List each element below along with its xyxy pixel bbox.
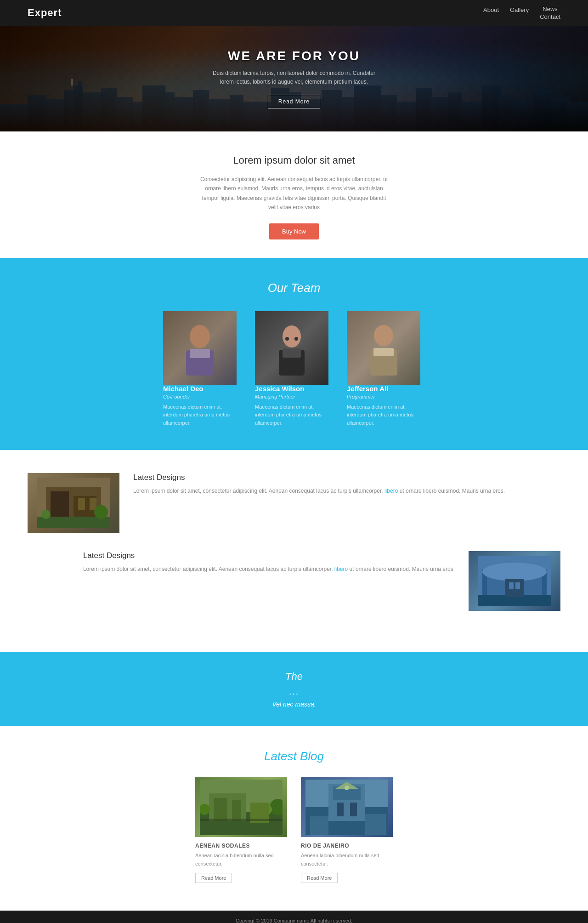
blog-section: Latest Blog AENEAN SODALES Aenean lac (0, 726, 588, 910)
hero-title: WE ARE FOR YOU (207, 49, 381, 63)
svg-rect-51 (78, 498, 85, 510)
stats-subtitle: Vel nec massa. (9, 701, 579, 708)
svg-point-43 (294, 337, 298, 341)
design-image-0 (28, 473, 119, 533)
svg-rect-62 (509, 582, 514, 589)
team-name-0: Michael Deo (163, 385, 241, 393)
svg-rect-63 (515, 582, 520, 589)
svg-rect-73 (200, 819, 283, 821)
svg-rect-26 (430, 97, 450, 131)
svg-rect-23 (379, 95, 397, 131)
svg-rect-79 (337, 803, 344, 816)
svg-rect-32 (533, 90, 554, 131)
intro-section: Lorem ipsum dolor sit amet Consectetur a… (0, 131, 588, 258)
design-title-1: Latest Designs (83, 551, 455, 560)
hero-section: WE ARE FOR YOU Duis dictum lacinia turpi… (0, 26, 588, 131)
team-role-0: Co-Founder (163, 394, 241, 399)
svg-point-59 (482, 563, 547, 581)
team-section: Our Team Michael Deo Co-Founder Maecenas… (0, 258, 588, 450)
hero-content: WE ARE FOR YOU Duis dictum lacinia turpi… (207, 49, 381, 108)
blog-grid: AENEAN SODALES Aenean lacinia bibendum n… (28, 777, 560, 883)
svg-rect-31 (512, 99, 535, 131)
team-photo-0 (163, 311, 237, 385)
footer: Copyrigt © 2016 Company name All rights … (0, 911, 588, 923)
nav-contact[interactable]: Contact (540, 13, 560, 20)
svg-rect-25 (416, 88, 432, 131)
blog-card-0: AENEAN SODALES Aenean lacinia bibendum n… (195, 777, 287, 883)
svg-point-54 (41, 510, 51, 519)
svg-rect-61 (505, 579, 524, 597)
design-text-0: Latest Designs Lorem ipsum dolor sit ame… (133, 473, 505, 496)
svg-rect-7 (101, 88, 117, 131)
team-grid: Michael Deo Co-Founder Maecenas dictum e… (9, 311, 579, 427)
svg-point-42 (285, 337, 289, 341)
design-body-1: Lorem ipsum dolor sit amet, consectetur … (83, 565, 455, 574)
design-text-1: Latest Designs Lorem ipsum dolor sit ame… (83, 551, 455, 574)
nav-about[interactable]: About (483, 6, 499, 13)
footer-text: Copyrigt © 2016 Company name All rights … (236, 918, 352, 923)
svg-rect-41 (283, 348, 301, 358)
blog-desc-0: Aenean lacinia bibendum nulla sed consec… (195, 852, 287, 868)
svg-rect-49 (51, 491, 69, 519)
blog-image-0 (195, 777, 287, 837)
designs-section: Latest Designs Lorem ipsum dolor sit ame… (0, 450, 588, 652)
svg-point-36 (190, 325, 210, 348)
design-body-0: Lorem ipsum dolor sit amet, consectetur … (133, 487, 505, 496)
svg-point-81 (345, 786, 349, 790)
svg-rect-67 (214, 798, 227, 821)
team-photo-2 (347, 311, 420, 385)
svg-point-39 (283, 325, 301, 348)
design-item-1: Latest Designs Lorem ipsum dolor sit ame… (28, 551, 560, 611)
stats-section: The ... Vel nec massa. (0, 652, 588, 726)
team-desc-0: Maecenas dictum enim at, interdum pharet… (163, 403, 241, 427)
team-card-2: Jefferson Ali Programmer Maecenas dictum… (347, 311, 425, 427)
svg-rect-35 (71, 79, 73, 85)
nav-logo: Expert (28, 7, 62, 19)
blog-readmore-1[interactable]: Read More (301, 873, 338, 883)
buy-now-button[interactable]: Buy Now (269, 223, 319, 239)
svg-rect-52 (90, 498, 96, 510)
blog-image-1 (301, 777, 393, 837)
design-title-0: Latest Designs (133, 473, 505, 482)
blog-title-1: RIO DE JANEIRO (301, 843, 393, 849)
svg-rect-82 (310, 816, 328, 835)
stats-dots: ... (9, 686, 579, 697)
svg-rect-11 (163, 92, 175, 131)
design-item-0: Latest Designs Lorem ipsum dolor sit ame… (28, 473, 560, 533)
team-card-0: Michael Deo Co-Founder Maecenas dictum e… (163, 311, 241, 427)
team-heading: Our Team (9, 281, 579, 295)
blog-desc-1: Aenean lacinia bibendum nulla sed consec… (301, 852, 393, 868)
design-link-1[interactable]: libero (334, 566, 348, 572)
design-image-1 (469, 551, 560, 611)
svg-rect-46 (373, 348, 394, 356)
svg-rect-24 (395, 102, 418, 131)
intro-heading: Lorem ipsum dolor sit amet (9, 154, 579, 166)
navbar: Expert About Gallery News Contact (0, 0, 588, 26)
blog-title-0: AENEAN SODALES (195, 843, 287, 849)
hero-subtitle: Duis dictum lacinia turpis, non laoreet … (207, 69, 381, 86)
team-card-1: Jessica Wilson Managing Partner Maecenas… (255, 311, 333, 427)
svg-rect-83 (365, 814, 386, 835)
team-name-2: Jefferson Ali (347, 385, 425, 393)
svg-rect-28 (459, 102, 485, 131)
svg-rect-68 (232, 800, 241, 821)
svg-rect-80 (350, 803, 357, 816)
stats-title: The (9, 671, 579, 683)
team-desc-2: Maecenas dictum enim at, interdum pharet… (347, 403, 425, 427)
blog-readmore-0[interactable]: Read More (195, 873, 232, 883)
nav-gallery[interactable]: Gallery (510, 6, 529, 13)
design-link-0[interactable]: libero (384, 488, 398, 494)
svg-rect-5 (78, 81, 82, 131)
team-name-1: Jessica Wilson (255, 385, 333, 393)
svg-point-55 (94, 505, 108, 519)
nav-news[interactable]: News (543, 6, 558, 12)
intro-body: Consectetur adipiscing elit. Aenean cons… (198, 175, 390, 212)
hero-cta-button[interactable]: Read More (268, 95, 320, 108)
svg-rect-30 (498, 95, 514, 131)
svg-rect-9 (129, 102, 142, 131)
svg-rect-38 (190, 349, 210, 358)
svg-rect-12 (175, 97, 195, 131)
svg-rect-10 (142, 85, 165, 131)
team-role-2: Programmer (347, 394, 425, 399)
svg-rect-29 (482, 85, 501, 131)
